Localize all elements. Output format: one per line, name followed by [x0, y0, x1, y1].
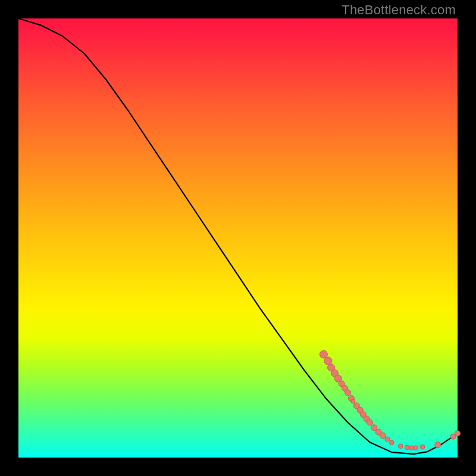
bottleneck-curve — [18, 18, 458, 454]
data-point — [351, 399, 355, 403]
data-point — [405, 445, 409, 450]
chart-svg — [18, 18, 458, 458]
data-point — [367, 419, 372, 425]
data-point — [455, 431, 461, 436]
data-point — [324, 357, 332, 365]
data-point — [390, 440, 394, 445]
data-point — [420, 445, 425, 450]
watermark-text: TheBottleneck.com — [342, 2, 456, 18]
data-point — [409, 446, 414, 450]
data-point — [414, 446, 418, 450]
data-point — [371, 425, 377, 431]
data-points-group — [320, 350, 460, 450]
data-point — [385, 437, 390, 441]
data-point — [398, 444, 403, 449]
data-point — [435, 442, 441, 448]
data-point — [380, 433, 386, 439]
data-point — [345, 390, 351, 396]
data-point — [320, 350, 327, 358]
